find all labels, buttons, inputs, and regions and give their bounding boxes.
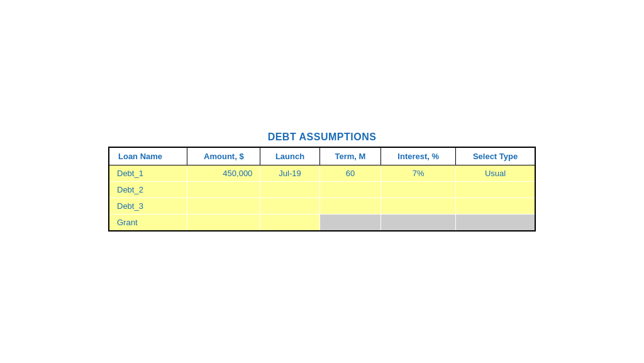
table-header: Loan NameAmount, $LaunchTerm, MInterest,… xyxy=(109,147,535,165)
cell-0-2[interactable]: Jul-19 xyxy=(260,165,319,182)
header-col-3: Term, M xyxy=(319,147,381,165)
table-title: DEBT ASSUMPTIONS xyxy=(268,131,377,143)
cell-3-3[interactable] xyxy=(319,215,381,232)
cell-2-3[interactable] xyxy=(319,198,381,215)
cell-2-4[interactable] xyxy=(381,198,456,215)
header-col-0: Loan Name xyxy=(109,147,187,165)
cell-2-0: Debt_3 xyxy=(109,198,187,215)
page-container: DEBT ASSUMPTIONS Loan NameAmount, $Launc… xyxy=(0,0,644,363)
cell-0-3[interactable]: 60 xyxy=(319,165,381,182)
cell-2-2[interactable] xyxy=(260,198,319,215)
cell-3-0: Grant xyxy=(109,215,187,232)
table-body: Debt_1450,000Jul-19607%UsualDebt_2Debt_3… xyxy=(109,165,535,232)
cell-1-3[interactable] xyxy=(319,182,381,198)
table-row: Debt_1450,000Jul-19607%Usual xyxy=(109,165,535,182)
cell-3-5[interactable] xyxy=(456,215,535,232)
cell-3-1[interactable] xyxy=(187,215,260,232)
header-col-2: Launch xyxy=(260,147,319,165)
table-row: Grant xyxy=(109,215,535,232)
table-row: Debt_2 xyxy=(109,182,535,198)
cell-3-4[interactable] xyxy=(381,215,456,232)
header-col-4: Interest, % xyxy=(381,147,456,165)
cell-1-4[interactable] xyxy=(381,182,456,198)
cell-1-2[interactable] xyxy=(260,182,319,198)
cell-0-4[interactable]: 7% xyxy=(381,165,456,182)
header-col-5: Select Type xyxy=(456,147,535,165)
cell-1-1[interactable] xyxy=(187,182,260,198)
header-col-1: Amount, $ xyxy=(187,147,260,165)
cell-1-5[interactable] xyxy=(456,182,535,198)
cell-0-1[interactable]: 450,000 xyxy=(187,165,260,182)
cell-3-2[interactable] xyxy=(260,215,319,232)
cell-2-1[interactable] xyxy=(187,198,260,215)
cell-0-5[interactable]: Usual xyxy=(456,165,535,182)
header-row: Loan NameAmount, $LaunchTerm, MInterest,… xyxy=(109,147,535,165)
table-row: Debt_3 xyxy=(109,198,535,215)
cell-1-0: Debt_2 xyxy=(109,182,187,198)
debt-assumptions-table: Loan NameAmount, $LaunchTerm, MInterest,… xyxy=(108,147,536,232)
cell-2-5[interactable] xyxy=(456,198,535,215)
table-wrapper: DEBT ASSUMPTIONS Loan NameAmount, $Launc… xyxy=(108,131,536,232)
cell-0-0: Debt_1 xyxy=(109,165,187,182)
